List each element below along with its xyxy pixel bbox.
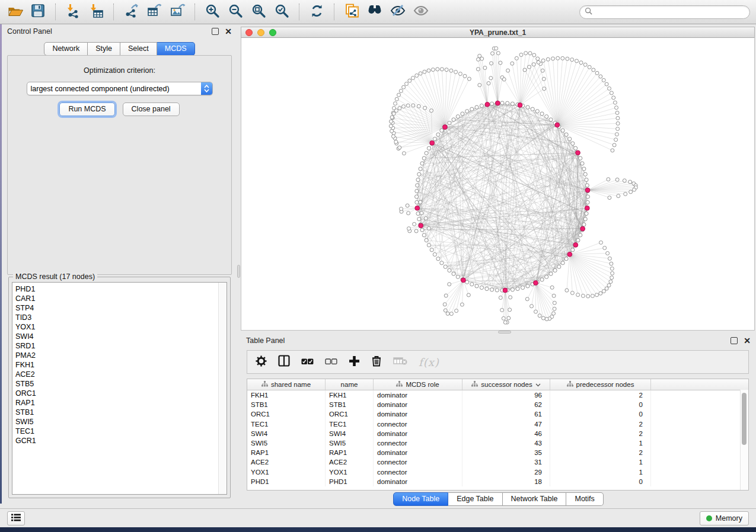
cell-successor-nodes[interactable]: 35 xyxy=(462,448,550,457)
network-node[interactable] xyxy=(591,294,594,298)
cell-name[interactable]: RAP1 xyxy=(326,448,374,457)
network-node[interactable] xyxy=(476,68,480,71)
network-node[interactable] xyxy=(511,62,514,65)
network-node[interactable] xyxy=(430,248,433,252)
network-node[interactable] xyxy=(455,309,458,313)
network-node[interactable] xyxy=(425,151,428,155)
cell-name[interactable]: FKH1 xyxy=(326,390,374,400)
column-header-shared-name[interactable]: shared name xyxy=(247,379,326,390)
network-node[interactable] xyxy=(430,109,433,113)
network-node[interactable] xyxy=(579,156,582,160)
splitter-handle[interactable] xyxy=(237,265,240,278)
network-node[interactable] xyxy=(561,261,564,265)
table-row[interactable]: STB1STB1dominator620 xyxy=(247,400,748,409)
network-node[interactable] xyxy=(579,61,583,65)
network-node[interactable] xyxy=(427,146,430,150)
network-node[interactable] xyxy=(414,229,418,233)
apply-layout-button[interactable] xyxy=(308,3,326,21)
network-node[interactable] xyxy=(503,321,507,324)
network-node[interactable] xyxy=(502,316,505,320)
mcds-result-item[interactable]: PMA2 xyxy=(15,351,218,360)
network-node[interactable] xyxy=(491,52,495,55)
tab-motifs[interactable]: Motifs xyxy=(566,492,603,506)
network-node[interactable] xyxy=(531,107,534,111)
clone-network-button[interactable] xyxy=(343,3,361,21)
network-node[interactable] xyxy=(470,283,474,286)
network-node[interactable] xyxy=(511,102,514,105)
network-node[interactable] xyxy=(461,112,464,116)
network-node[interactable] xyxy=(613,101,617,104)
network-node[interactable] xyxy=(564,257,568,261)
mcds-result-item[interactable]: FKH1 xyxy=(15,360,218,370)
network-node[interactable] xyxy=(566,57,569,60)
network-node[interactable] xyxy=(586,195,589,198)
network-node[interactable] xyxy=(576,238,580,242)
network-node[interactable] xyxy=(412,76,415,80)
deselect-all-rows-button[interactable] xyxy=(325,357,337,367)
network-node[interactable] xyxy=(460,303,464,306)
tab-edge-table[interactable]: Edge Table xyxy=(448,492,502,506)
network-node[interactable] xyxy=(398,107,401,110)
optimization-criterion-select[interactable]: largest connected component (undirected) xyxy=(27,82,213,95)
network-node[interactable] xyxy=(610,91,613,95)
network-node[interactable] xyxy=(417,104,420,108)
network-node[interactable] xyxy=(570,58,574,62)
network-node[interactable] xyxy=(412,104,415,107)
network-node[interactable] xyxy=(397,93,401,97)
network-node[interactable] xyxy=(603,246,607,250)
network-node[interactable] xyxy=(552,312,556,315)
mcds-result-item[interactable]: ORC1 xyxy=(15,389,218,398)
float-panel-icon[interactable] xyxy=(731,337,738,344)
cell-predecessor-nodes[interactable]: 1 xyxy=(550,457,651,467)
network-node[interactable] xyxy=(553,307,556,310)
dominator-node[interactable] xyxy=(585,206,589,210)
delete-column-button[interactable] xyxy=(371,355,382,369)
network-node[interactable] xyxy=(613,143,616,147)
network-node[interactable] xyxy=(470,107,474,111)
network-node[interactable] xyxy=(530,305,534,308)
network-node[interactable] xyxy=(586,294,590,298)
network-node[interactable] xyxy=(417,217,421,221)
network-node[interactable] xyxy=(528,65,531,69)
mcds-result-item[interactable]: GCR1 xyxy=(15,436,218,446)
network-node[interactable] xyxy=(617,194,620,198)
export-image-button[interactable] xyxy=(168,3,186,21)
network-node[interactable] xyxy=(415,200,419,204)
network-node[interactable] xyxy=(545,318,548,321)
network-node[interactable] xyxy=(553,268,557,272)
network-node[interactable] xyxy=(551,57,555,60)
network-node[interactable] xyxy=(508,308,512,312)
close-panel-button[interactable]: Close panel xyxy=(123,102,180,116)
network-node[interactable] xyxy=(500,308,504,312)
network-node[interactable] xyxy=(408,79,412,82)
table-row[interactable]: RAP1RAP1dominator352 xyxy=(247,448,748,457)
cell-name[interactable]: SWI4 xyxy=(326,429,374,438)
network-node[interactable] xyxy=(475,284,479,288)
network-node[interactable] xyxy=(419,72,422,75)
network-node[interactable] xyxy=(579,233,582,237)
network-node[interactable] xyxy=(557,265,561,268)
cell-name[interactable]: ORC1 xyxy=(326,409,374,419)
cell-MCDS-role[interactable]: dominator xyxy=(374,400,462,409)
cell-MCDS-role[interactable]: dominator xyxy=(374,477,462,486)
network-node[interactable] xyxy=(490,102,494,105)
network-node[interactable] xyxy=(416,184,419,187)
network-node[interactable] xyxy=(389,124,393,128)
network-node[interactable] xyxy=(509,296,512,299)
network-node[interactable] xyxy=(523,68,527,72)
network-node[interactable] xyxy=(561,56,564,60)
network-node[interactable] xyxy=(585,178,588,181)
fit-content-button[interactable] xyxy=(250,3,267,21)
network-node[interactable] xyxy=(564,133,568,136)
cell-MCDS-role[interactable]: dominator xyxy=(374,448,462,457)
network-node[interactable] xyxy=(458,72,462,76)
network-node[interactable] xyxy=(487,82,490,85)
network-node[interactable] xyxy=(394,109,398,113)
network-node[interactable] xyxy=(402,105,406,108)
network-node[interactable] xyxy=(443,303,446,306)
network-node[interactable] xyxy=(394,140,398,144)
cell-predecessor-nodes[interactable]: 0 xyxy=(550,409,651,419)
cell-successor-nodes[interactable]: 47 xyxy=(462,419,550,429)
network-node[interactable] xyxy=(394,102,397,105)
network-node[interactable] xyxy=(391,134,395,138)
